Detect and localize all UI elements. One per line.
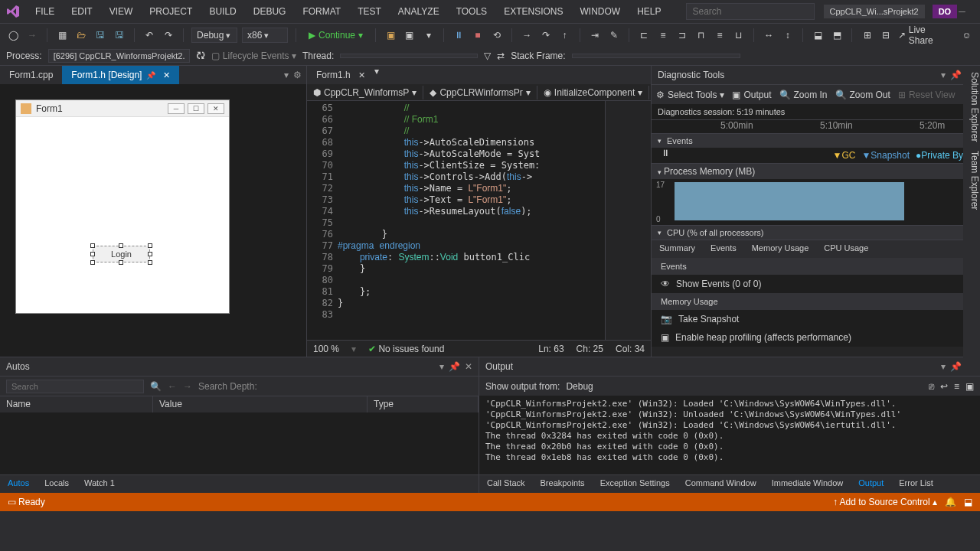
project-badge[interactable]: CppCLR_Wi...sProjekt2 (824, 5, 925, 18)
diag-time-ruler[interactable]: 5:00min 5:10min 5:20m (652, 119, 980, 133)
tab-menu-icon[interactable]: ▾ (284, 70, 289, 80)
process-dropdown[interactable]: [6296] CppCLR_WinformsProjekt2. (48, 49, 191, 63)
output-button[interactable]: ▣ Output (732, 90, 771, 100)
code-minimap[interactable] (605, 101, 651, 340)
feedback-icon[interactable]: ☺ (959, 28, 974, 43)
forward-icon[interactable]: → (25, 28, 40, 43)
pause-icon[interactable]: ⏸ (452, 28, 466, 43)
tab-locals[interactable]: Locals (37, 475, 77, 493)
tab-callstack[interactable]: Call Stack (479, 475, 533, 493)
heap-profiling-row[interactable]: ▣Enable heap profiling (affects performa… (652, 328, 980, 347)
size2-icon[interactable]: ⬒ (830, 28, 844, 43)
menu-build[interactable]: BUILD (201, 3, 243, 20)
stackframe-dropdown[interactable] (572, 54, 740, 58)
style-icon[interactable]: ✎ (606, 28, 621, 43)
config-dropdown[interactable]: Debug ▾ (191, 28, 237, 43)
tool-c-icon[interactable]: ▾ (421, 28, 436, 43)
mock-form-window[interactable]: Form1 ─ ☐ ✕ Login (15, 99, 230, 314)
diag-tab-cpu[interactable]: CPU Usage (816, 240, 876, 258)
solution-explorer-tab[interactable]: Solution Explorer (963, 72, 980, 142)
menu-edit[interactable]: EDIT (64, 3, 100, 20)
autos-search-input[interactable] (6, 380, 144, 393)
pin-icon[interactable]: 📌 (449, 361, 460, 372)
undo-icon[interactable]: ↶ (142, 28, 157, 43)
tool-b-icon[interactable]: ▣ (403, 28, 417, 43)
output-from-dropdown[interactable]: Debug (566, 381, 765, 392)
tab-gear-icon[interactable]: ⚙ (293, 70, 302, 80)
live-share-button[interactable]: ↗ Live Share (898, 24, 949, 46)
autos-body[interactable] (0, 412, 479, 474)
window-minimize-icon[interactable]: ─ (959, 6, 965, 17)
close-icon[interactable]: ✕ (465, 361, 472, 372)
align-bot-icon[interactable]: ⊔ (731, 28, 746, 43)
hspace-icon[interactable]: ↔ (762, 28, 776, 43)
align-left-icon[interactable]: ⊏ (637, 28, 652, 43)
align-center-icon[interactable]: ≡ (656, 28, 671, 43)
open-icon[interactable]: 🗁 (74, 28, 89, 43)
memory-chart[interactable]: 17 0 17 0 (652, 179, 980, 225)
dropdown-icon[interactable]: ▾ (439, 361, 444, 372)
menu-project[interactable]: PROJECT (142, 3, 200, 20)
tool-a-icon[interactable]: ▣ (384, 28, 398, 43)
show-events-row[interactable]: 👁Show Events (0 of 0) (652, 275, 980, 293)
menu-help[interactable]: HELP (629, 3, 668, 20)
close-icon[interactable]: ✕ (358, 70, 365, 80)
back-icon[interactable]: ← (168, 381, 177, 392)
menu-debug[interactable]: DEBUG (246, 3, 294, 20)
source-control-button[interactable]: ↑ Add to Source Control ▴ (833, 497, 937, 507)
list-icon[interactable]: ≡ (954, 381, 959, 392)
grid-icon[interactable]: ⊞ (860, 28, 874, 43)
menu-format[interactable]: FORMAT (295, 3, 348, 20)
tab-errorlist[interactable]: Error List (891, 475, 941, 493)
designer-canvas[interactable]: Form1 ─ ☐ ✕ Login (0, 84, 306, 357)
menu-window[interactable]: WINDOW (572, 3, 628, 20)
team-explorer-tab[interactable]: Team Explorer (963, 151, 980, 210)
tab-menu-icon[interactable]: ▾ (374, 66, 379, 77)
pin-icon[interactable]: 📌 (950, 361, 962, 372)
notifications-icon[interactable]: 🔔 (945, 497, 956, 507)
reset-view-button[interactable]: ⊞ Reset View (898, 90, 955, 100)
pin-icon[interactable]: 📌 (950, 70, 962, 80)
zoom-level[interactable]: 100 % (313, 344, 339, 354)
new-icon[interactable]: ▦ (55, 28, 70, 43)
tab-exception[interactable]: Exception Settings (593, 475, 678, 493)
redo-icon[interactable]: ↷ (161, 28, 175, 43)
col-name[interactable]: Name (0, 396, 153, 412)
col-value[interactable]: Value (153, 396, 368, 412)
clear-icon[interactable]: ⎚ (929, 381, 934, 392)
size-icon[interactable]: ⬓ (811, 28, 825, 43)
diag-tab-events[interactable]: Events (703, 240, 744, 258)
forward-icon[interactable]: → (183, 381, 192, 392)
diag-tab-summary[interactable]: Summary (652, 240, 703, 258)
code-text-area[interactable]: // // Form1 // this->AutoScaleDimensions… (338, 101, 605, 340)
tab-output[interactable]: Output (851, 475, 891, 493)
step-out-icon[interactable]: ↑ (557, 28, 572, 43)
zoom-out-button[interactable]: 🔍 Zoom Out (835, 90, 890, 100)
search-icon[interactable]: 🔍 (150, 381, 162, 392)
wrap-icon[interactable]: ↩ (940, 381, 948, 392)
nav-method[interactable]: ◉ InitializeComponent ▾ (537, 86, 649, 99)
dropdown-icon[interactable]: ▾ (941, 361, 946, 372)
restart-icon[interactable]: ⟲ (489, 28, 504, 43)
save-icon[interactable]: 🖫 (93, 28, 108, 43)
cycle-icon[interactable]: 🗘 (196, 51, 205, 61)
cpu-section-header[interactable]: CPU (% of all processors) (652, 225, 980, 240)
tab-breakpoints[interactable]: Breakpoints (533, 475, 593, 493)
tab-form1-h[interactable]: Form1.h ✕ (307, 66, 374, 84)
menu-extensions[interactable]: EXTENSIONS (496, 3, 570, 20)
memory-section-header[interactable]: Process Memory (MB) ▼GC ▼Snapshot ●Priva… (652, 163, 980, 179)
thread-dropdown[interactable] (340, 54, 478, 58)
take-snapshot-row[interactable]: 📷Take Snapshot (652, 310, 980, 328)
indent-icon[interactable]: ⇥ (588, 28, 603, 43)
stop-icon[interactable]: ▣ (965, 381, 974, 392)
events-section-header[interactable]: Events (652, 133, 980, 148)
nav-namespace[interactable]: ◆ CppCLRWinformsPr ▾ (423, 86, 537, 99)
menu-analyze[interactable]: ANALYZE (390, 3, 447, 20)
dropdown-icon[interactable]: ▾ (941, 70, 946, 80)
tab-form1-cpp[interactable]: Form1.cpp (0, 66, 62, 84)
output-text[interactable]: 'CppCLR_WinformsProjekt2.exe' (Win32): L… (479, 396, 980, 474)
tab-form1-design[interactable]: Form1.h [Design]📌✕ (62, 66, 179, 84)
tab-autos[interactable]: Autos (0, 475, 37, 493)
pin-icon[interactable]: 📌 (146, 71, 155, 80)
toggle-icon[interactable]: ⇄ (497, 51, 505, 61)
